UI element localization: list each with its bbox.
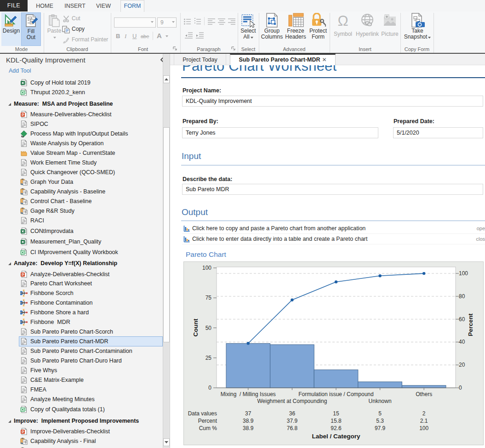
- svg-text:5.3: 5.3: [376, 418, 384, 424]
- svg-text:0: 0: [459, 385, 462, 391]
- svg-text:38.9: 38.9: [243, 425, 254, 431]
- svg-text:100: 100: [202, 265, 211, 271]
- svg-text:92.6: 92.6: [331, 425, 342, 431]
- svg-text:Percent: Percent: [467, 313, 474, 336]
- svg-text:37.9: 37.9: [287, 418, 298, 424]
- svg-text:60: 60: [459, 316, 465, 323]
- svg-text:Mixing / Milling Issues: Mixing / Milling Issues: [221, 391, 276, 397]
- svg-text:15: 15: [333, 410, 339, 417]
- svg-text:75: 75: [205, 295, 212, 301]
- svg-text:Count: Count: [192, 318, 199, 336]
- svg-text:0: 0: [208, 385, 211, 391]
- svg-text:5: 5: [378, 410, 382, 417]
- svg-text:36: 36: [289, 410, 296, 417]
- svg-text:100: 100: [459, 270, 468, 277]
- svg-text:Formulation issue / Compound: Formulation issue / Compound: [298, 391, 373, 397]
- svg-text:Label / Category: Label / Category: [312, 433, 360, 440]
- svg-text:50: 50: [205, 325, 212, 331]
- svg-text:20: 20: [459, 362, 465, 368]
- svg-text:Others: Others: [416, 391, 432, 397]
- svg-text:15.8: 15.8: [331, 418, 342, 424]
- svg-text:37: 37: [245, 410, 251, 417]
- svg-text:Percent: Percent: [198, 418, 217, 424]
- svg-text:Cum %: Cum %: [199, 425, 217, 431]
- svg-text:76.8: 76.8: [287, 425, 298, 431]
- svg-text:100: 100: [419, 425, 428, 431]
- svg-text:38.9: 38.9: [243, 418, 254, 424]
- svg-text:25: 25: [205, 355, 212, 361]
- svg-text:2: 2: [422, 410, 426, 417]
- svg-text:97.9: 97.9: [375, 425, 386, 431]
- svg-text:Data values: Data values: [188, 410, 217, 417]
- svg-text:Weighment at Compounding: Weighment at Compounding: [257, 398, 327, 404]
- svg-text:40: 40: [459, 339, 465, 345]
- svg-text:80: 80: [459, 293, 465, 300]
- svg-text:Unknown: Unknown: [369, 398, 392, 404]
- svg-text:2.1: 2.1: [420, 418, 428, 424]
